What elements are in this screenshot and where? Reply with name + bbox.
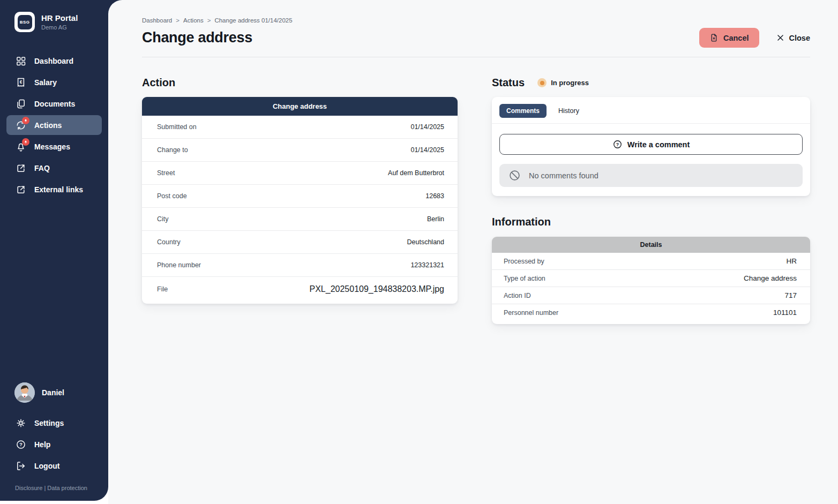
gear-icon (15, 417, 26, 428)
breadcrumb-separator: > (207, 17, 211, 24)
table-row: Post code 12683 (142, 185, 458, 208)
sidebar-item-actions[interactable]: Actions (6, 115, 102, 135)
status-column: Status In progress Comments History (492, 57, 810, 324)
table-row: Phone number 123321321 (142, 254, 458, 277)
notification-badge (22, 117, 29, 124)
app-window: BSG HR Portal Demo AG Dashboard (0, 0, 838, 504)
status-dot-icon (537, 78, 547, 87)
sync-icon (15, 119, 26, 131)
sidebar-nav: Dashboard € Salary Docume (0, 49, 108, 201)
logo-box: BSG (14, 12, 35, 32)
table-row: Street Auf dem Butterbrot (142, 162, 458, 185)
documents-icon (15, 98, 26, 109)
breadcrumb-dashboard[interactable]: Dashboard (142, 17, 172, 24)
sidebar-item-label: Dashboard (34, 57, 73, 65)
breadcrumb-actions[interactable]: Actions (183, 17, 204, 24)
grid-icon (15, 55, 26, 66)
svg-text:?: ? (19, 442, 23, 447)
table-row: Submitted on 01/14/2025 (142, 116, 458, 139)
sidebar-item-dashboard[interactable]: Dashboard (6, 51, 102, 71)
svg-text:€: € (19, 79, 22, 85)
sidebar-item-label: Help (34, 440, 50, 449)
sidebar-item-faq[interactable]: FAQ (6, 158, 102, 178)
sidebar-item-documents[interactable]: Documents (6, 94, 102, 114)
page-title: Change address (142, 29, 252, 46)
sidebar-item-label: Salary (34, 78, 57, 87)
information-heading: Information (492, 216, 810, 228)
receipt-euro-icon: € (15, 77, 26, 88)
tab-comments[interactable]: Comments (499, 104, 547, 118)
status-heading: Status (492, 77, 525, 89)
sidebar-item-label: Logout (34, 462, 59, 470)
table-row: Type of action Change address (492, 270, 810, 287)
sidebar-item-salary[interactable]: € Salary (6, 72, 102, 92)
question-circle-icon: ? (612, 139, 623, 149)
sidebar-item-label: Settings (34, 419, 64, 427)
sidebar: BSG HR Portal Demo AG Dashboard (0, 0, 108, 501)
sidebar-item-messages[interactable]: Messages (6, 137, 102, 156)
table-row: Change to 01/14/2025 (142, 139, 458, 162)
sidebar-item-label: Actions (34, 121, 62, 130)
bell-icon (15, 141, 26, 152)
details-table: Details Processed by HR Type of action C… (492, 237, 810, 324)
sidebar-item-logout[interactable]: Logout (6, 456, 102, 476)
file-link[interactable]: PXL_20250109_194838203.MP.jpg (310, 284, 445, 294)
action-heading: Action (142, 77, 458, 89)
avatar (14, 382, 35, 403)
external-link-icon (15, 184, 26, 195)
app-name: HR Portal (41, 13, 78, 23)
status-label: In progress (551, 79, 589, 87)
breadcrumb-separator: > (176, 17, 179, 24)
table-row: Action ID 717 (492, 287, 810, 304)
sidebar-item-label: Messages (34, 142, 70, 151)
external-link-icon (15, 162, 26, 174)
table-row: Country Deutschland (142, 231, 458, 254)
breadcrumb: Dashboard > Actions > Change address 01/… (142, 0, 810, 24)
logo-text: BSG (18, 15, 32, 29)
table-row: City Berlin (142, 208, 458, 231)
sidebar-item-help[interactable]: ? Help (6, 434, 102, 454)
sidebar-item-label: FAQ (34, 164, 50, 172)
table-row: Personnel number 101101 (492, 304, 810, 324)
comments-card: Comments History ? Write a comment (492, 97, 810, 196)
sidebar-footer-nav: Settings ? Help Logout (0, 411, 108, 477)
cancel-button[interactable]: Cancel (699, 28, 759, 48)
close-button[interactable]: Close (776, 34, 811, 42)
user-name: Daniel (42, 388, 64, 397)
svg-text:?: ? (616, 142, 619, 147)
legal-links: Disclosure | Data protection (0, 477, 108, 501)
tab-history[interactable]: History (558, 107, 579, 115)
action-table: Change address Submitted on 01/14/2025 C… (142, 97, 458, 304)
write-comment-label: Write a comment (627, 140, 690, 149)
write-comment-button[interactable]: ? Write a comment (499, 134, 803, 155)
logout-icon (15, 460, 26, 471)
cancel-button-label: Cancel (723, 34, 749, 42)
file-x-icon (709, 33, 719, 42)
prohibited-icon (508, 169, 521, 182)
table-row: Processed by HR (492, 253, 810, 270)
no-comments-message: No comments found (499, 164, 803, 187)
company-name: Demo AG (41, 24, 78, 31)
question-circle-icon: ? (15, 439, 26, 450)
action-column: Action Change address Submitted on 01/14… (142, 57, 458, 304)
close-button-label: Close (789, 34, 811, 42)
main-content: Dashboard > Actions > Change address 01/… (108, 0, 838, 504)
breadcrumb-current: Change address 01/14/2025 (214, 17, 292, 24)
close-icon (776, 34, 784, 42)
user-profile[interactable]: Daniel (0, 377, 108, 408)
no-comments-text: No comments found (529, 171, 598, 180)
legal-text[interactable]: Disclosure | Data protection (15, 485, 87, 491)
notification-badge (22, 138, 29, 146)
table-row-file: File PXL_20250109_194838203.MP.jpg (142, 277, 458, 304)
sidebar-item-label: External links (34, 185, 83, 194)
comments-tabs: Comments History (492, 97, 810, 124)
details-table-header: Details (492, 237, 810, 253)
sidebar-item-settings[interactable]: Settings (6, 413, 102, 433)
app-logo: BSG HR Portal Demo AG (0, 0, 108, 40)
sidebar-item-label: Documents (34, 100, 75, 108)
action-table-header: Change address (142, 97, 458, 116)
sidebar-item-external-links[interactable]: External links (6, 179, 102, 199)
status-badge: In progress (537, 78, 589, 87)
